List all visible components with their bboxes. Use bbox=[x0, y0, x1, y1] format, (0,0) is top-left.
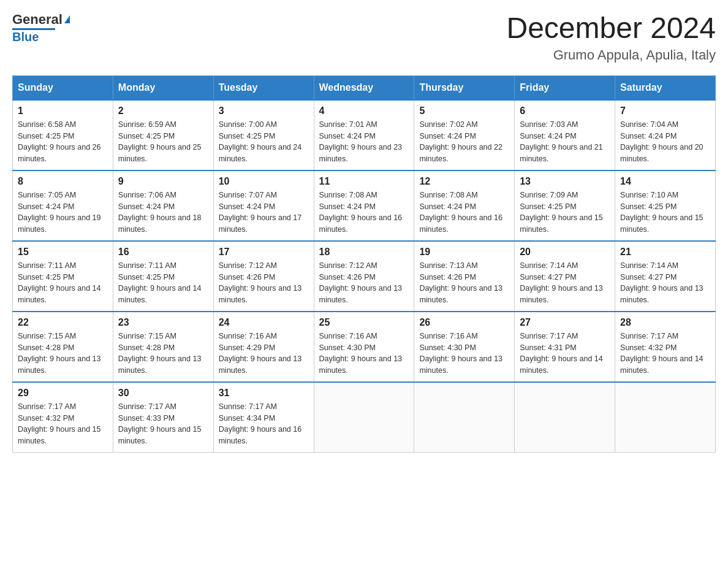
day-info: Sunrise: 7:09 AMSunset: 4:25 PMDaylight:… bbox=[520, 190, 610, 236]
calendar-cell: 22 Sunrise: 7:15 AMSunset: 4:28 PMDaylig… bbox=[13, 312, 113, 382]
day-number: 22 bbox=[18, 317, 108, 328]
calendar-cell: 14 Sunrise: 7:10 AMSunset: 4:25 PMDaylig… bbox=[615, 170, 716, 241]
day-info: Sunrise: 7:12 AMSunset: 4:26 PMDaylight:… bbox=[319, 260, 409, 306]
day-number: 11 bbox=[319, 176, 409, 187]
calendar-cell: 10 Sunrise: 7:07 AMSunset: 4:24 PMDaylig… bbox=[213, 170, 314, 241]
day-number: 12 bbox=[419, 176, 509, 187]
calendar-cell bbox=[515, 382, 615, 453]
day-number: 4 bbox=[319, 105, 409, 117]
day-info: Sunrise: 7:07 AMSunset: 4:24 PMDaylight:… bbox=[219, 190, 309, 236]
calendar-cell: 8 Sunrise: 7:05 AMSunset: 4:24 PMDayligh… bbox=[13, 170, 113, 241]
calendar-cell: 17 Sunrise: 7:12 AMSunset: 4:26 PMDaylig… bbox=[213, 241, 314, 312]
calendar-week-4: 22 Sunrise: 7:15 AMSunset: 4:28 PMDaylig… bbox=[13, 312, 716, 382]
calendar-cell: 12 Sunrise: 7:08 AMSunset: 4:24 PMDaylig… bbox=[414, 170, 515, 241]
calendar-cell: 20 Sunrise: 7:14 AMSunset: 4:27 PMDaylig… bbox=[515, 241, 615, 312]
day-info: Sunrise: 7:01 AMSunset: 4:24 PMDaylight:… bbox=[319, 119, 409, 165]
day-number: 14 bbox=[620, 176, 710, 187]
logo-general-text: General bbox=[12, 12, 63, 27]
day-number: 15 bbox=[18, 247, 108, 258]
calendar-cell: 25 Sunrise: 7:16 AMSunset: 4:30 PMDaylig… bbox=[314, 312, 414, 382]
calendar-cell: 26 Sunrise: 7:16 AMSunset: 4:30 PMDaylig… bbox=[414, 312, 515, 382]
day-info: Sunrise: 7:10 AMSunset: 4:25 PMDaylight:… bbox=[620, 190, 710, 236]
day-number: 10 bbox=[219, 176, 309, 187]
day-info: Sunrise: 7:06 AMSunset: 4:24 PMDaylight:… bbox=[118, 190, 208, 236]
day-number: 7 bbox=[620, 105, 710, 117]
day-info: Sunrise: 7:17 AMSunset: 4:31 PMDaylight:… bbox=[520, 331, 610, 377]
day-number: 17 bbox=[219, 247, 309, 258]
calendar-cell: 31 Sunrise: 7:17 AMSunset: 4:34 PMDaylig… bbox=[213, 382, 314, 453]
calendar-table: Sunday Monday Tuesday Wednesday Thursday… bbox=[12, 75, 716, 453]
day-number: 2 bbox=[118, 105, 208, 117]
calendar-cell: 30 Sunrise: 7:17 AMSunset: 4:33 PMDaylig… bbox=[113, 382, 213, 453]
day-info: Sunrise: 7:14 AMSunset: 4:27 PMDaylight:… bbox=[520, 260, 610, 306]
day-info: Sunrise: 7:08 AMSunset: 4:24 PMDaylight:… bbox=[319, 190, 409, 236]
day-info: Sunrise: 7:12 AMSunset: 4:26 PMDaylight:… bbox=[219, 260, 309, 306]
day-number: 21 bbox=[620, 247, 710, 258]
day-number: 13 bbox=[520, 176, 610, 187]
col-header-saturday: Saturday bbox=[615, 75, 716, 100]
logo-blue-text: Blue bbox=[12, 30, 39, 44]
logo: General Blue bbox=[12, 12, 70, 44]
day-info: Sunrise: 7:13 AMSunset: 4:26 PMDaylight:… bbox=[419, 260, 509, 306]
day-info: Sunrise: 6:59 AMSunset: 4:25 PMDaylight:… bbox=[118, 119, 208, 165]
calendar-cell: 9 Sunrise: 7:06 AMSunset: 4:24 PMDayligh… bbox=[113, 170, 213, 241]
day-number: 18 bbox=[319, 247, 409, 258]
col-header-monday: Monday bbox=[113, 75, 213, 100]
calendar-cell bbox=[615, 382, 716, 453]
day-info: Sunrise: 7:14 AMSunset: 4:27 PMDaylight:… bbox=[620, 260, 710, 306]
calendar-cell bbox=[314, 382, 414, 453]
day-number: 24 bbox=[219, 317, 309, 328]
day-number: 16 bbox=[118, 247, 208, 258]
calendar-cell: 1 Sunrise: 6:58 AMSunset: 4:25 PMDayligh… bbox=[13, 100, 113, 170]
page-header: General Blue December 2024 Grumo Appula,… bbox=[12, 12, 716, 63]
calendar-cell: 6 Sunrise: 7:03 AMSunset: 4:24 PMDayligh… bbox=[515, 100, 615, 170]
calendar-week-1: 1 Sunrise: 6:58 AMSunset: 4:25 PMDayligh… bbox=[13, 100, 716, 170]
day-number: 23 bbox=[118, 317, 208, 328]
day-number: 1 bbox=[18, 105, 108, 117]
calendar-cell: 18 Sunrise: 7:12 AMSunset: 4:26 PMDaylig… bbox=[314, 241, 414, 312]
day-number: 19 bbox=[419, 247, 509, 258]
day-number: 8 bbox=[18, 176, 108, 187]
calendar-week-3: 15 Sunrise: 7:11 AMSunset: 4:25 PMDaylig… bbox=[13, 241, 716, 312]
calendar-cell: 3 Sunrise: 7:00 AMSunset: 4:25 PMDayligh… bbox=[213, 100, 314, 170]
col-header-wednesday: Wednesday bbox=[314, 75, 414, 100]
calendar-cell: 11 Sunrise: 7:08 AMSunset: 4:24 PMDaylig… bbox=[314, 170, 414, 241]
day-number: 28 bbox=[620, 317, 710, 328]
day-number: 27 bbox=[520, 317, 610, 328]
day-info: Sunrise: 7:11 AMSunset: 4:25 PMDaylight:… bbox=[118, 260, 208, 306]
day-info: Sunrise: 7:05 AMSunset: 4:24 PMDaylight:… bbox=[18, 190, 108, 236]
day-info: Sunrise: 7:17 AMSunset: 4:32 PMDaylight:… bbox=[18, 401, 108, 447]
calendar-cell: 21 Sunrise: 7:14 AMSunset: 4:27 PMDaylig… bbox=[615, 241, 716, 312]
day-info: Sunrise: 7:16 AMSunset: 4:30 PMDaylight:… bbox=[419, 331, 509, 377]
calendar-week-5: 29 Sunrise: 7:17 AMSunset: 4:32 PMDaylig… bbox=[13, 382, 716, 453]
calendar-cell: 23 Sunrise: 7:15 AMSunset: 4:28 PMDaylig… bbox=[113, 312, 213, 382]
day-info: Sunrise: 7:17 AMSunset: 4:34 PMDaylight:… bbox=[219, 401, 309, 447]
calendar-cell: 29 Sunrise: 7:17 AMSunset: 4:32 PMDaylig… bbox=[13, 382, 113, 453]
day-number: 29 bbox=[18, 388, 108, 399]
calendar-cell: 27 Sunrise: 7:17 AMSunset: 4:31 PMDaylig… bbox=[515, 312, 615, 382]
calendar-title: December 2024 bbox=[506, 12, 716, 45]
day-info: Sunrise: 7:16 AMSunset: 4:29 PMDaylight:… bbox=[219, 331, 309, 377]
calendar-subtitle: Grumo Appula, Apulia, Italy bbox=[506, 47, 716, 63]
col-header-tuesday: Tuesday bbox=[213, 75, 314, 100]
calendar-cell: 2 Sunrise: 6:59 AMSunset: 4:25 PMDayligh… bbox=[113, 100, 213, 170]
calendar-cell: 7 Sunrise: 7:04 AMSunset: 4:24 PMDayligh… bbox=[615, 100, 716, 170]
day-info: Sunrise: 7:15 AMSunset: 4:28 PMDaylight:… bbox=[118, 331, 208, 377]
calendar-cell: 19 Sunrise: 7:13 AMSunset: 4:26 PMDaylig… bbox=[414, 241, 515, 312]
calendar-cell: 28 Sunrise: 7:17 AMSunset: 4:32 PMDaylig… bbox=[615, 312, 716, 382]
day-number: 5 bbox=[419, 105, 509, 117]
logo-triangle-icon bbox=[64, 15, 70, 23]
day-info: Sunrise: 7:03 AMSunset: 4:24 PMDaylight:… bbox=[520, 119, 610, 165]
title-block: December 2024 Grumo Appula, Apulia, Ital… bbox=[506, 12, 716, 63]
day-number: 25 bbox=[319, 317, 409, 328]
day-info: Sunrise: 7:04 AMSunset: 4:24 PMDaylight:… bbox=[620, 119, 710, 165]
day-number: 9 bbox=[118, 176, 208, 187]
day-info: Sunrise: 7:17 AMSunset: 4:33 PMDaylight:… bbox=[118, 401, 208, 447]
day-number: 30 bbox=[118, 388, 208, 399]
calendar-header-row: Sunday Monday Tuesday Wednesday Thursday… bbox=[13, 75, 716, 100]
col-header-sunday: Sunday bbox=[13, 75, 113, 100]
day-info: Sunrise: 7:00 AMSunset: 4:25 PMDaylight:… bbox=[219, 119, 309, 165]
day-number: 31 bbox=[219, 388, 309, 399]
day-info: Sunrise: 7:17 AMSunset: 4:32 PMDaylight:… bbox=[620, 331, 710, 377]
day-number: 20 bbox=[520, 247, 610, 258]
